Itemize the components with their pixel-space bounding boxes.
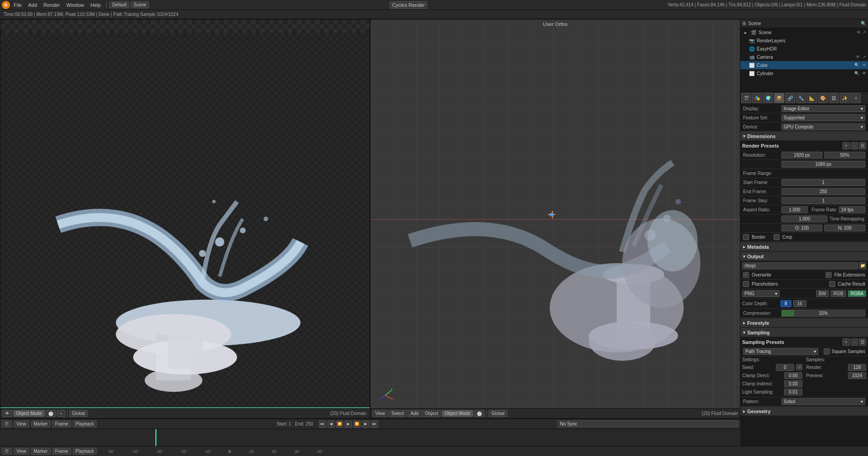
compression-value[interactable]: 15% <box>781 310 865 317</box>
light-sampling-value[interactable]: 0.01 <box>784 389 802 395</box>
outliner-item-cube[interactable]: ⬜ Cube 🔍 👁 <box>740 61 868 69</box>
timeline-frame-menu[interactable]: Frame <box>52 420 71 427</box>
res-pct-value[interactable]: 50% <box>824 152 865 159</box>
placeholders-checkbox[interactable] <box>743 281 749 287</box>
sync-dropdown[interactable]: No Sync <box>558 420 739 427</box>
prop-tab-material[interactable]: 🎨 <box>818 93 828 103</box>
transform-global[interactable]: Global <box>69 410 88 417</box>
remap-o[interactable]: O: 100 <box>781 225 822 231</box>
viewport-shading-wire[interactable]: ○ <box>57 410 65 417</box>
menu-file[interactable]: File <box>11 1 25 9</box>
dimensions-header[interactable]: ▾ Dimensions <box>740 132 868 141</box>
border-checkbox[interactable] <box>743 234 749 240</box>
outliner-item-renderlayers[interactable]: 📷 RenderLayers <box>740 36 868 45</box>
start-frame-value[interactable]: 1 <box>781 179 865 186</box>
prev-frame-btn[interactable]: ◀ <box>327 420 335 428</box>
aspect-y-value[interactable]: 1.000 <box>781 215 827 222</box>
prop-tab-scene[interactable]: 🎭 <box>752 93 762 103</box>
rgb-btn[interactable]: RGB <box>831 290 846 297</box>
jump-start-btn[interactable]: ⏮ <box>319 420 326 428</box>
path-tracing-dropdown[interactable]: Path Tracing ▾ <box>743 348 818 355</box>
sampling-header[interactable]: ▾ Sampling <box>740 328 868 337</box>
remap-n[interactable]: N: 100 <box>824 225 865 231</box>
render-presets-add-btn[interactable]: + <box>842 142 850 149</box>
end-frame-value[interactable]: 250 <box>781 188 865 195</box>
format-dropdown[interactable]: PNG ▾ <box>742 290 780 297</box>
bottom-view-btn[interactable]: View <box>14 448 29 455</box>
seed-value[interactable]: 0 <box>776 364 794 371</box>
render-presets-remove-btn[interactable]: - <box>851 142 858 149</box>
timeline-playback-menu[interactable]: Playback <box>73 420 97 427</box>
prop-tab-particles[interactable]: ✨ <box>840 93 850 103</box>
res-y-value[interactable]: 1080 px <box>781 161 865 168</box>
prop-tab-constraints[interactable]: 🔗 <box>785 93 795 103</box>
clamp-indirect-value[interactable]: 0.00 <box>784 380 802 387</box>
3d-select-menu[interactable]: Select <box>389 410 407 417</box>
pattern-dropdown[interactable]: Sobol ▾ <box>781 398 865 405</box>
prop-tab-render[interactable]: 🎬 <box>741 93 751 103</box>
timeline-view-menu[interactable]: View <box>14 420 29 427</box>
clamp-direct-value[interactable]: 0.00 <box>784 372 802 379</box>
prop-tab-data[interactable]: 📐 <box>807 93 817 103</box>
frame-step-value[interactable]: 1 <box>781 197 865 204</box>
render-samples-value[interactable]: 128 <box>848 364 866 371</box>
prev-keyframe-btn[interactable]: ⏪ <box>336 420 343 428</box>
view-menu-btn[interactable]: 👁 <box>2 410 12 417</box>
3d-object-menu[interactable]: Object <box>422 410 441 417</box>
metadata-header[interactable]: ▸ Metadata <box>740 242 868 251</box>
geometry-header[interactable]: ▸ Geometry <box>740 407 868 416</box>
res-x-value[interactable]: 1920 px <box>781 152 822 159</box>
object-mode-btn[interactable]: Object Mode <box>13 410 45 417</box>
menu-help[interactable]: Help <box>88 1 104 9</box>
timeline-marker-menu[interactable]: Marker <box>31 420 51 427</box>
sampling-presets-add-btn[interactable]: + <box>842 338 850 346</box>
properties-scroll-area[interactable]: Display: Image Editor ▾ Feature Set: Sup… <box>740 104 868 446</box>
bottom-icon[interactable]: ⏱ <box>2 448 12 455</box>
color-depth-16-btn[interactable]: 16 <box>793 300 806 307</box>
timeline-ruler[interactable] <box>0 429 740 446</box>
prop-tab-texture[interactable]: 🖼 <box>829 93 839 103</box>
menu-window[interactable]: Window <box>63 1 87 9</box>
file-ext-checkbox[interactable] <box>826 272 832 278</box>
outliner-item-scene[interactable]: ▸ 🎬 Scene 👁 ↗ <box>740 28 868 36</box>
color-depth-8-btn[interactable]: 8 <box>780 300 791 307</box>
sampling-presets-remove-btn[interactable]: - <box>851 338 858 346</box>
render-presets-menu-btn[interactable]: ☰ <box>859 142 866 149</box>
crop-checkbox[interactable] <box>774 234 780 240</box>
next-keyframe-btn[interactable]: ⏩ <box>353 420 361 428</box>
sampling-presets-menu-btn[interactable]: ☰ <box>859 338 866 346</box>
menu-add[interactable]: Add <box>26 1 40 9</box>
outliner-item-easyhdr[interactable]: 🌐 EasyHDR <box>740 45 868 53</box>
display-dropdown[interactable]: Image Editor ▾ <box>781 105 865 112</box>
frame-rate-dropdown[interactable]: 24 fps <box>839 206 865 213</box>
feature-set-dropdown[interactable]: Supported ▾ <box>781 114 865 121</box>
overwrite-checkbox[interactable] <box>743 272 749 278</box>
outliner-search[interactable]: 🔍 <box>861 21 866 26</box>
play-btn[interactable]: ▶ <box>345 420 352 428</box>
output-path-input[interactable]: //tmp\ <box>742 262 858 269</box>
timeline-view-icon[interactable]: ⏱ <box>2 420 12 427</box>
prop-tab-object[interactable]: 📦 <box>774 93 784 103</box>
prop-tab-world[interactable]: 🌍 <box>763 93 773 103</box>
jump-end-btn[interactable]: ⏭ <box>371 420 378 428</box>
3d-view-menu[interactable]: View <box>372 410 388 417</box>
outliner-item-camera[interactable]: 📹 Camera 👁 ↗ <box>740 53 868 61</box>
prop-tab-modifiers[interactable]: 🔧 <box>796 93 806 103</box>
viewport-shading-solid[interactable]: ⬤ <box>46 410 56 417</box>
3d-transform-global[interactable]: Global <box>489 410 507 417</box>
bottom-marker-btn[interactable]: Marker <box>31 448 51 455</box>
3d-mode-select[interactable]: Object Mode <box>442 410 473 417</box>
outliner-item-cylinder[interactable]: ⬜ Cylinder 🔍 👁 <box>740 69 868 77</box>
menu-render[interactable]: Render <box>41 1 62 9</box>
output-path-folder-btn[interactable]: 📁 <box>859 262 866 269</box>
bottom-frame-btn[interactable]: Frame <box>52 448 71 455</box>
preview-samples-value[interactable]: 1024 <box>848 372 866 379</box>
engine-dropdown[interactable]: Cycles Render <box>390 1 427 9</box>
3d-add-menu[interactable]: Add <box>408 410 421 417</box>
aspect-x-value[interactable]: 1.000 <box>781 206 808 213</box>
device-dropdown[interactable]: GPU Compute ▾ <box>781 123 865 130</box>
bw-btn[interactable]: BW <box>816 290 829 297</box>
prop-tab-physics[interactable]: ⚛ <box>851 93 861 103</box>
rgba-btn[interactable]: RGBA <box>848 290 866 297</box>
3d-shading-solid[interactable]: ⬤ <box>474 410 485 417</box>
